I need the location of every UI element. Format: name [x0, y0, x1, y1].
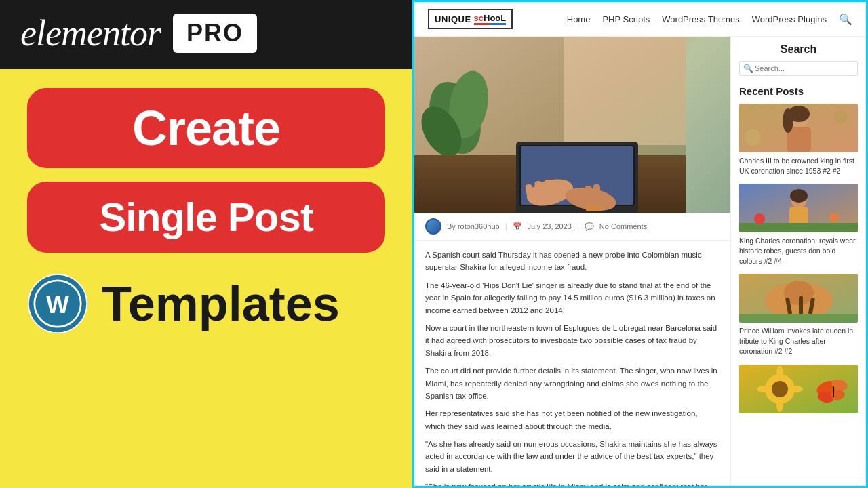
article-meta: By roton360hub | 📅 July 23, 2023 | 💬 No …: [414, 213, 730, 241]
templates-row: W Templates: [27, 266, 385, 341]
site-body: By roton360hub | 📅 July 23, 2023 | 💬 No …: [414, 37, 866, 486]
nav-home[interactable]: Home: [567, 14, 591, 24]
recent-post-3: Prince William invokes late queen in tri…: [739, 274, 858, 356]
pro-badge: PRO: [173, 14, 257, 53]
svg-rect-19: [553, 181, 561, 198]
logo-hool: HooL: [484, 13, 506, 23]
svg-text:W: W: [46, 291, 69, 319]
sidebar-search-title: Search: [739, 43, 858, 56]
sidebar: Search 🔍 Recent Posts: [730, 37, 866, 486]
recent-post-image-3: [739, 274, 858, 323]
article-para-5: Her representatives said she has not yet…: [425, 407, 719, 432]
svg-point-51: [789, 386, 803, 392]
svg-rect-56: [833, 386, 834, 397]
recent-post-image-2: [739, 184, 858, 232]
svg-point-30: [834, 110, 848, 124]
svg-point-37: [829, 213, 839, 222]
article-para-3: Now a court in the northeastern town of …: [425, 322, 719, 359]
nav-php-scripts[interactable]: PHP Scripts: [602, 14, 650, 24]
svg-rect-42: [799, 296, 803, 314]
svg-point-28: [783, 108, 793, 133]
right-panel: UNIQUE sc HooL Home PHP Scripts WordPres…: [412, 0, 868, 488]
left-panel: elementor PRO Create Single Post W Templ…: [0, 0, 412, 488]
logo-school-wrap: sc HooL: [474, 13, 507, 25]
article-para-1: A Spanish court said Thursday it has ope…: [425, 249, 719, 274]
site-nav: Home PHP Scripts WordPress Themes WordPr…: [567, 13, 852, 26]
svg-rect-44: [739, 314, 858, 323]
article-body: A Spanish court said Thursday it has ope…: [414, 241, 730, 486]
svg-rect-22: [593, 184, 600, 202]
recent-post-4: [739, 365, 858, 413]
nav-wp-plugins[interactable]: WordPress Plugins: [752, 14, 827, 24]
svg-rect-35: [739, 223, 858, 232]
svg-point-48: [776, 366, 783, 380]
svg-rect-18: [545, 180, 551, 197]
meta-separator-2: |: [577, 222, 579, 230]
article-date-text: July 23, 2023: [528, 222, 572, 230]
recent-post-2: King Charles coronation: royals wear his…: [739, 184, 858, 266]
recent-post-image-1: [739, 104, 858, 152]
recent-post-caption-2: King Charles coronation: royals wear his…: [739, 236, 858, 266]
elementor-header: elementor PRO: [0, 0, 412, 69]
article-comments-icon: 💬: [585, 222, 594, 231]
author-avatar: [425, 218, 441, 235]
create-button: Create: [27, 88, 385, 168]
search-icon[interactable]: 🔍: [839, 13, 852, 26]
svg-point-29: [745, 129, 761, 146]
site-header: UNIQUE sc HooL Home PHP Scripts WordPres…: [414, 2, 866, 37]
wp-logo-icon: W: [27, 273, 88, 334]
article-comments: No Comments: [599, 222, 647, 230]
article-para-7: "She is now focused on her artistic life…: [425, 481, 719, 486]
left-content: Create Single Post W Templates: [0, 69, 412, 360]
svg-rect-23: [586, 205, 602, 211]
svg-rect-7: [564, 37, 686, 145]
article-para-6: "As she has already said on numerous occ…: [425, 438, 719, 475]
single-post-button: Single Post: [27, 182, 385, 253]
article-area: By roton360hub | 📅 July 23, 2023 | 💬 No …: [414, 37, 730, 486]
recent-post-image-4: [739, 365, 858, 413]
svg-point-50: [757, 386, 770, 392]
recent-post-caption-1: Charles III to be crowned king in first …: [739, 156, 858, 176]
svg-point-47: [772, 381, 788, 397]
article-date: 📅: [513, 222, 522, 231]
meta-separator-1: |: [505, 222, 507, 230]
article-para-4: The court did not provide further detail…: [425, 365, 719, 402]
svg-point-49: [776, 399, 783, 412]
logo-bar: [474, 23, 507, 25]
logo-unique-text: UNIQUE: [435, 14, 471, 24]
author-name: By roton360hub: [447, 222, 500, 230]
nav-wp-themes[interactable]: WordPress Themes: [662, 14, 739, 24]
svg-point-34: [790, 189, 808, 203]
search-wrap[interactable]: 🔍: [739, 61, 858, 76]
article-hero-image: [414, 37, 730, 213]
recent-posts-title: Recent Posts: [739, 85, 858, 97]
sidebar-search-input[interactable]: [739, 61, 858, 76]
elementor-title: elementor: [20, 12, 161, 54]
sidebar-search-icon: 🔍: [743, 64, 753, 73]
svg-point-36: [754, 214, 765, 224]
logo-sc: sc: [474, 13, 484, 23]
site-logo: UNIQUE sc HooL: [428, 9, 513, 29]
article-para-2: The 46-year-old 'Hips Don't Lie' singer …: [425, 279, 719, 317]
recent-post-caption-3: Prince William invokes late queen in tri…: [739, 326, 858, 356]
svg-rect-21: [584, 186, 592, 203]
svg-rect-17: [534, 181, 542, 198]
templates-text: Templates: [102, 276, 340, 331]
recent-post-1: Charles III to be crowned king in first …: [739, 104, 858, 176]
